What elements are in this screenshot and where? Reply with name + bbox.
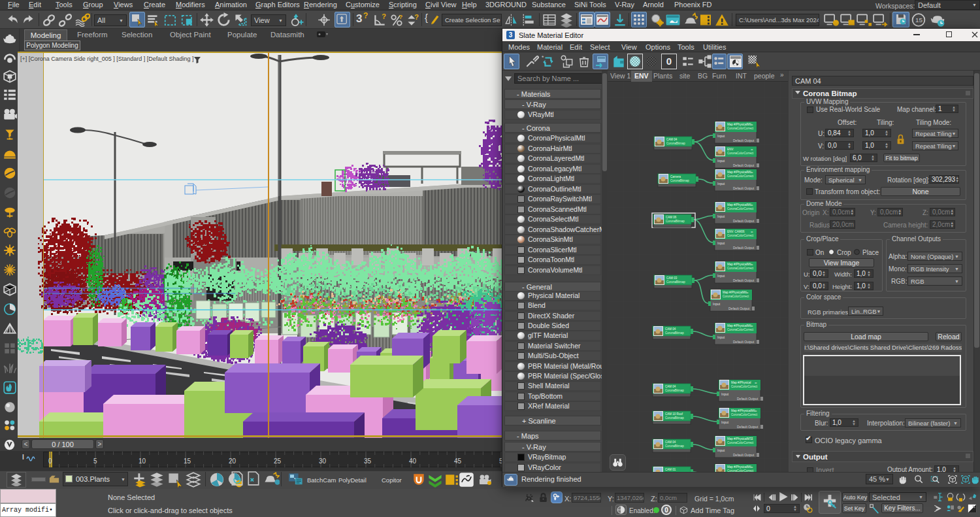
svg-text:0: 0: [48, 458, 52, 465]
svg-text:CoronaBitmap: CoronaBitmap: [670, 179, 689, 182]
svg-text:Default Output: Default Output: [733, 219, 755, 223]
svg-text:CAM 04: CAM 04: [666, 138, 678, 141]
svg-text:Map #/PhysicalMtl: Map #/PhysicalMtl: [727, 324, 751, 327]
svg-text:5: 5: [93, 458, 97, 465]
svg-text:CoronaBitmap: CoronaBitmap: [665, 389, 684, 392]
svg-text:CoronaBitmap: CoronaBitmap: [666, 280, 685, 284]
svg-text:Default Output: Default Output: [737, 397, 759, 401]
svg-text:CoronaBitmap: CoronaBitmap: [666, 142, 685, 145]
svg-text:CoronaColorCorrect: CoronaColorCorrect: [727, 207, 754, 210]
svg-text:Input: Input: [717, 159, 725, 163]
svg-text:?: ?: [382, 13, 386, 20]
svg-text:30: 30: [319, 458, 327, 465]
svg-text:CAM 04: CAM 04: [665, 441, 676, 444]
svg-text:CAM 03: CAM 03: [666, 276, 678, 280]
svg-text:Map #/Physical: Map #/Physical: [731, 381, 751, 384]
svg-text:Input: Input: [717, 214, 725, 218]
svg-text:?: ?: [399, 13, 402, 20]
svg-text:ENV: CAM06: ENV: CAM06: [727, 230, 745, 233]
svg-text:25: 25: [274, 458, 282, 465]
svg-text:Input: Input: [717, 134, 725, 138]
svg-text:Default Output: Default Output: [737, 425, 759, 429]
svg-text:CoronaColorCorrect: CoronaColorCorrect: [731, 413, 758, 416]
svg-text:40: 40: [409, 458, 417, 465]
svg-text:CoronaColorCorrect: CoronaColorCorrect: [727, 234, 754, 237]
svg-text:Input: Input: [721, 420, 729, 424]
svg-text:Map #/PhysicalMtl: Map #/PhysicalMtl: [727, 263, 751, 266]
svg-text:ENV:: ENV:: [727, 148, 734, 151]
svg-text:=: =: [751, 171, 753, 175]
svg-text:CoronaColorCorrect: CoronaColorCorrect: [731, 385, 758, 388]
svg-text:=: =: [751, 465, 753, 469]
svg-text:Input: Input: [717, 182, 725, 186]
svg-text:?: ?: [414, 13, 419, 21]
svg-text:CAM 06: CAM 06: [666, 216, 677, 219]
svg-text:=: =: [751, 437, 753, 441]
svg-text:Map #/PhysicalM77: Map #/PhysicalM77: [727, 437, 753, 441]
svg-text:Default Output: Default Output: [733, 163, 755, 167]
svg-text:Input: Input: [717, 274, 725, 278]
svg-text:CoronaColorCorrect: CoronaColorCorrect: [727, 441, 754, 444]
svg-text:CoronaColorCorrect: CoronaColorCorrect: [727, 328, 754, 331]
svg-text:*: *: [542, 54, 544, 61]
svg-text:=: =: [751, 123, 753, 127]
svg-text:CoronaColorCorrect: CoronaColorCorrect: [727, 175, 754, 178]
svg-text:CoronaBitmap: CoronaBitmap: [665, 416, 684, 420]
svg-text:10: 10: [139, 458, 146, 465]
svg-text:CAM 04: CAM 04: [665, 385, 676, 388]
svg-text:CoronaBitmap: CoronaBitmap: [665, 331, 684, 335]
svg-text:=: =: [746, 291, 749, 295]
svg-text:CoronaColorCorrect: CoronaColorCorrect: [727, 127, 754, 130]
svg-text:Default Output: Default Output: [733, 453, 755, 457]
svg-text:15: 15: [915, 16, 923, 24]
svg-text:=: =: [755, 409, 757, 413]
svg-text:Input: Input: [721, 392, 729, 396]
svg-text:=: =: [751, 230, 753, 234]
svg-text:Map #/PhysicalMtl: Map #/PhysicalMtl: [727, 465, 751, 469]
svg-text:Camera: Camera: [670, 175, 681, 178]
svg-text:15: 15: [184, 458, 191, 465]
svg-text:Input: Input: [717, 241, 725, 245]
svg-text:Input: Input: [713, 302, 721, 306]
svg-text:Map #/PhysicalMtl: Map #/PhysicalMtl: [723, 291, 747, 294]
svg-text:Default Output: Default Output: [733, 278, 755, 282]
svg-text:=: =: [751, 203, 753, 207]
svg-text:=: =: [755, 381, 757, 385]
svg-text:CAM 04: CAM 04: [665, 327, 676, 331]
svg-text:Default Output: Default Output: [733, 246, 755, 250]
svg-text:=: =: [751, 263, 753, 267]
svg-text:Default Output: Default Output: [733, 139, 755, 142]
svg-text:Default Output: Default Output: [733, 340, 755, 344]
svg-text:CoronaColorCorrect: CoronaColorCorrect: [727, 267, 754, 270]
svg-text:Default Output: Default Output: [733, 186, 755, 190]
svg-text:=: =: [751, 324, 753, 328]
svg-text:CoronaColorCorrect: CoronaColorCorrect: [723, 295, 749, 298]
svg-text:35: 35: [364, 458, 372, 465]
svg-text:CoronaBitmap: CoronaBitmap: [666, 220, 685, 223]
svg-text:CoronaBitmap: CoronaBitmap: [665, 444, 684, 448]
svg-text:20: 20: [229, 458, 237, 465]
svg-text:Map #/PhysicalMtl: Map #/PhysicalMtl: [727, 203, 751, 207]
svg-text:45: 45: [454, 458, 462, 465]
svg-text:Map #/PhysicalMtl: Map #/PhysicalMtl: [727, 123, 751, 126]
svg-text:Input: Input: [717, 448, 725, 452]
svg-text:CAM 10 Roof: CAM 10 Roof: [665, 412, 683, 416]
svg-text:Map #/PhysicalMtl: Map #/PhysicalMtl: [727, 171, 751, 174]
svg-text:=: =: [751, 148, 753, 152]
svg-text:Default Output: Default Output: [728, 307, 750, 310]
svg-text:CoronaColorCorrect: CoronaColorCorrect: [727, 152, 754, 155]
svg-text:Map #/PhysicalMtl: Map #/PhysicalMtl: [731, 409, 755, 412]
svg-text:Input: Input: [717, 335, 725, 339]
svg-text:CAM 01: CAM 01: [665, 468, 676, 471]
